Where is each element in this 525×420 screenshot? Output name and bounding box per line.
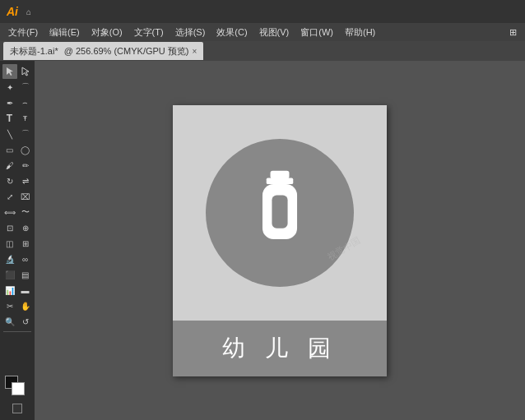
svg-rect-2 (271, 170, 290, 178)
menu-window[interactable]: 窗口(W) (295, 25, 338, 40)
ellipse-tool[interactable]: ◯ (18, 142, 33, 157)
warp-tool[interactable]: 〜 (18, 205, 33, 219)
menu-view[interactable]: 视图(V) (254, 25, 295, 40)
svg-rect-5 (272, 195, 287, 228)
svg-rect-3 (267, 178, 294, 184)
paintbrush-tool[interactable]: 🖌 (2, 158, 17, 173)
mesh-tool[interactable]: ⊞ (18, 236, 33, 251)
artwork-image-area: 视觉中国 (173, 105, 387, 321)
document-tab[interactable]: 未标题-1.ai* @ 256.69% (CMYK/GPU 预览) × (3, 42, 203, 60)
rectangle-tool[interactable]: ▭ (2, 142, 17, 157)
artwork-label: 幼 儿 园 (222, 333, 337, 364)
rotate-tool[interactable]: ↻ (2, 173, 17, 188)
swap-colors-icon[interactable] (12, 404, 22, 413)
ai-logo: Ai (7, 5, 18, 18)
svg-marker-1 (22, 67, 29, 76)
magic-wand-tool[interactable]: ✦ (2, 80, 17, 95)
fill-stroke-swatches[interactable] (5, 376, 30, 400)
slice-tool[interactable]: ✂ (2, 298, 17, 313)
workspace: ✦ ⌒ ✒ ⌢ T Ŧ ╲ ⌒ ▭ ◯ 🖌 ✏ ↻ ⇌ ⤢ ⌧ (0, 61, 525, 420)
direct-selection-tool[interactable] (18, 64, 33, 79)
home-icon[interactable]: ⌂ (23, 6, 35, 17)
live-paint-bucket[interactable]: ⬛ (2, 267, 17, 282)
width-tool[interactable]: ⟺ (2, 205, 17, 219)
toolbar-divider (3, 331, 31, 332)
touch-type-tool[interactable]: Ŧ (18, 111, 33, 126)
tab-label: 未标题-1.ai* @ 256.69% (CMYK/GPU 预览) (10, 45, 189, 58)
bottle-icon (239, 168, 321, 258)
circle-icon (206, 139, 354, 287)
menu-select[interactable]: 选择(S) (170, 25, 211, 40)
menu-text[interactable]: 文字(T) (129, 25, 169, 40)
pencil-tool[interactable]: ✏ (18, 158, 33, 173)
artwork: 视觉中国 幼 儿 园 (173, 105, 387, 376)
shear-tool[interactable]: ⌧ (18, 189, 33, 204)
artboard-tool[interactable]: ▬ (18, 283, 33, 298)
arc-tool[interactable]: ⌒ (18, 127, 33, 141)
artwork-text-area: 幼 儿 园 (173, 321, 387, 376)
line-tool[interactable]: ╲ (2, 127, 17, 141)
eyedropper-tool[interactable]: 🔬 (2, 252, 17, 266)
live-paint-selection[interactable]: ▤ (18, 267, 33, 282)
menu-help[interactable]: 帮助(H) (340, 25, 380, 40)
rotate-view-tool[interactable]: ↺ (18, 314, 33, 329)
curvature-tool[interactable]: ⌢ (18, 95, 33, 110)
svg-marker-0 (7, 67, 13, 76)
pen-tool[interactable]: ✒ (2, 95, 17, 110)
document-canvas: 视觉中国 幼 儿 园 (173, 105, 387, 376)
free-transform-tool[interactable]: ⊡ (2, 220, 17, 235)
menu-bar: 文件(F) 编辑(E) 对象(O) 文字(T) 选择(S) 效果(C) 视图(V… (0, 23, 525, 41)
title-bar: Ai ⌂ (0, 0, 525, 23)
gradient-tool[interactable]: ◫ (2, 236, 17, 251)
menu-layout-icon[interactable]: ⊞ (504, 25, 522, 39)
tab-close-button[interactable]: × (193, 47, 197, 56)
tab-bar: 未标题-1.ai* @ 256.69% (CMYK/GPU 预览) × (0, 41, 525, 61)
color-swatches (5, 376, 30, 417)
shape-builder-tool[interactable]: ⊕ (18, 220, 33, 235)
canvas-area: 视觉中国 幼 儿 园 (35, 61, 525, 420)
menu-edit[interactable]: 编辑(E) (44, 25, 85, 40)
column-graph-tool[interactable]: 📊 (2, 283, 17, 298)
menu-object[interactable]: 对象(O) (86, 25, 128, 40)
reflect-tool[interactable]: ⇌ (18, 173, 33, 188)
selection-tool[interactable] (2, 64, 17, 79)
scale-tool[interactable]: ⤢ (2, 189, 17, 204)
menu-effect[interactable]: 效果(C) (211, 25, 252, 40)
left-toolbar: ✦ ⌒ ✒ ⌢ T Ŧ ╲ ⌒ ▭ ◯ 🖌 ✏ ↻ ⇌ ⤢ ⌧ (0, 61, 35, 420)
stroke-swatch[interactable] (12, 382, 25, 395)
hand-tool[interactable]: ✋ (18, 298, 33, 313)
type-tool[interactable]: T (2, 111, 17, 126)
zoom-tool[interactable]: 🔍 (2, 314, 17, 329)
lasso-tool[interactable]: ⌒ (18, 80, 33, 95)
menu-file[interactable]: 文件(F) (3, 25, 43, 40)
blend-tool[interactable]: ∞ (18, 252, 33, 266)
